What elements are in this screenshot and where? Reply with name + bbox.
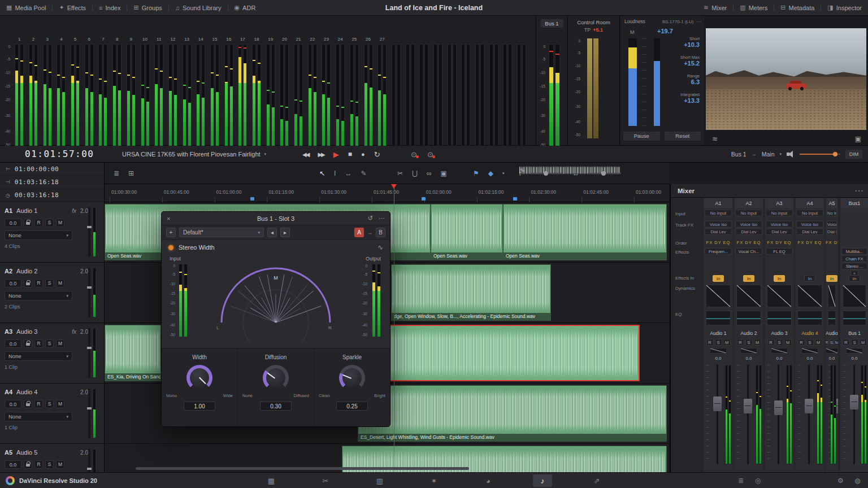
strip-r-button[interactable]: R <box>843 339 850 346</box>
strip-s-button[interactable]: S <box>715 339 722 346</box>
knob-value[interactable]: 1.00 <box>184 402 215 411</box>
strip-m-button[interactable]: M <box>815 339 822 346</box>
track-volume[interactable]: 0.0 <box>5 219 21 227</box>
input-select[interactable]: No Input <box>796 210 823 216</box>
input-select[interactable]: No Input <box>705 210 732 216</box>
range-tool-icon[interactable]: I <box>334 169 336 177</box>
track-bus-dropdown[interactable]: None▾ <box>5 351 72 361</box>
track-header-A5[interactable]: A5Audio 52.0 0.0RSM None▾ <box>0 444 104 472</box>
input-select[interactable]: No Input <box>735 210 762 216</box>
plugin-reset-icon[interactable]: ↺ <box>368 215 373 222</box>
fader-value[interactable]: 0.0 <box>826 355 838 363</box>
mixer-menu-icon[interactable]: ⋯ <box>854 185 863 196</box>
page-fairlight[interactable]: ♪ <box>533 474 552 487</box>
channel-fader[interactable] <box>766 364 793 465</box>
curve-icon[interactable]: ∿ <box>377 243 383 251</box>
page-edit[interactable]: ▥ <box>370 474 389 487</box>
topbar-meters[interactable]: ▥Meters <box>734 0 774 15</box>
topbar-mixer[interactable]: ≋Mixer <box>697 0 733 15</box>
effect-chip[interactable]: Multiba... <box>841 248 867 255</box>
volume-slider[interactable] <box>800 154 840 155</box>
track-fx-chip[interactable]: Dial Lev <box>705 228 732 235</box>
fx-order[interactable]: FX DY EQ <box>795 238 824 247</box>
track-mini-fader[interactable] <box>88 328 101 378</box>
track-header-A2[interactable]: A2Audio 22.0 0.0RSM None▾ 2 Clips <box>0 263 104 323</box>
channel-fader[interactable] <box>735 364 762 465</box>
lock-icon[interactable] <box>24 339 32 348</box>
effects-in-toggle[interactable]: In <box>849 275 860 282</box>
channel-fader[interactable] <box>827 364 837 465</box>
strip-r-button[interactable]: R <box>798 339 805 346</box>
topbar-metadata[interactable]: ⊟Metadata <box>774 0 821 15</box>
loudness-menu-icon[interactable]: ⋯ <box>697 19 702 24</box>
track-mini-fader[interactable] <box>88 207 101 257</box>
page-media[interactable]: ▦ <box>262 474 281 487</box>
track-mini-fader[interactable] <box>88 389 101 438</box>
tl-grid-tool-icon[interactable]: ⊞ <box>128 169 134 177</box>
loudness-standard[interactable]: BS.1770-1 (LU) <box>662 19 694 24</box>
audio-clip[interactable]: Open Seas.wav <box>431 204 503 260</box>
tl-view-tool-icon[interactable]: ≣ <box>114 169 119 177</box>
stop-button[interactable]: ■ <box>348 150 352 158</box>
knob-width[interactable]: Width MonoWide 1.00 <box>162 348 238 426</box>
pan-control[interactable] <box>771 348 788 354</box>
dual-screen-icon[interactable]: ▣ <box>855 135 861 143</box>
fx-order[interactable]: FX DY EQ <box>734 238 763 247</box>
pointer-tool-icon[interactable]: ↖ <box>319 169 325 177</box>
track-mini-fader[interactable] <box>88 449 101 472</box>
knob-value[interactable]: 0.25 <box>336 402 368 411</box>
track-fx-chip[interactable]: Dial Lev <box>796 228 823 235</box>
fader-value[interactable]: 0.0 <box>840 355 868 363</box>
channel-fader[interactable] <box>796 364 823 465</box>
knob-diffusion[interactable]: Diffusion NoneDiffused 0.30 <box>238 348 314 426</box>
track-s-button[interactable]: S <box>45 400 54 408</box>
monitor-main-label[interactable]: Main <box>762 151 775 158</box>
strip-s-button[interactable]: S <box>851 339 858 346</box>
strip-header[interactable]: A3 <box>765 198 793 208</box>
marker-tool-icon[interactable]: ◆ <box>488 169 493 177</box>
topbar-adr[interactable]: ◉ADR <box>228 0 262 15</box>
strip-m-button[interactable]: M <box>835 339 838 346</box>
timeline-marker[interactable] <box>250 197 254 201</box>
fx-order[interactable]: FX DY EQ <box>704 238 733 247</box>
audio-clip[interactable]: ES_Desert, Light Whistling, Wind Gusts -… <box>358 385 667 442</box>
track-r-button[interactable]: R <box>34 460 43 469</box>
pan-control[interactable] <box>826 348 838 354</box>
page-fusion[interactable]: ✶ <box>424 474 444 487</box>
user-icon[interactable]: ◍ <box>854 473 860 488</box>
lock-icon[interactable] <box>24 400 32 408</box>
knob-value[interactable]: 0.30 <box>260 402 292 411</box>
strip-r-button[interactable]: R <box>737 339 744 346</box>
track-m-button[interactable]: M <box>56 339 64 348</box>
flag-tool-icon[interactable]: ⚑ <box>473 169 479 177</box>
chevron-down-icon[interactable]: ▾ <box>779 152 782 156</box>
timeline-ruler[interactable]: 01:00:30:0001:00:45:0001:01:00:0001:01:1… <box>105 184 670 202</box>
punch-record-icon[interactable]: ⊙ <box>427 150 433 159</box>
effect-chip[interactable]: FL EQ <box>766 248 793 255</box>
fx-order[interactable]: FX DY EQ <box>826 238 838 247</box>
track-s-button[interactable]: S <box>45 339 54 348</box>
link-tool-icon[interactable]: ∞ <box>427 169 432 177</box>
channel-fader[interactable] <box>705 364 732 465</box>
strip-r-button[interactable]: R <box>767 339 775 346</box>
next-preset-button[interactable]: ▸ <box>280 228 290 237</box>
pan-control[interactable] <box>801 348 818 354</box>
strip-header[interactable]: A2 <box>735 198 763 208</box>
timecode-out[interactable]: ⊣01:03:16:18 <box>0 176 104 189</box>
track-header-A4[interactable]: A4Audio 42.0 0.0RSM None▾ 1 Clip <box>0 384 104 444</box>
track-s-button[interactable]: S <box>45 279 54 287</box>
track-volume[interactable]: 0.0 <box>5 400 21 408</box>
pan-control[interactable] <box>710 348 727 354</box>
speaker-icon[interactable] <box>787 151 795 158</box>
input-select[interactable]: No Input <box>766 210 793 216</box>
strip-header[interactable]: A1 <box>704 198 732 208</box>
snap-tool-icon[interactable]: ⋃ <box>412 169 418 177</box>
track-r-button[interactable]: R <box>34 339 43 348</box>
track-m-button[interactable]: M <box>56 400 64 408</box>
add-preset-button[interactable]: + <box>166 228 176 237</box>
plugin-titlebar[interactable]: × Bus 1 - Slot 3 ↺ ⋯ <box>162 212 390 225</box>
pan-control[interactable] <box>846 348 863 354</box>
auto-record-icon[interactable]: ⊙ <box>411 150 417 159</box>
eq-graph[interactable] <box>736 311 761 325</box>
effect-chip[interactable]: Stereo ... <box>841 263 867 269</box>
